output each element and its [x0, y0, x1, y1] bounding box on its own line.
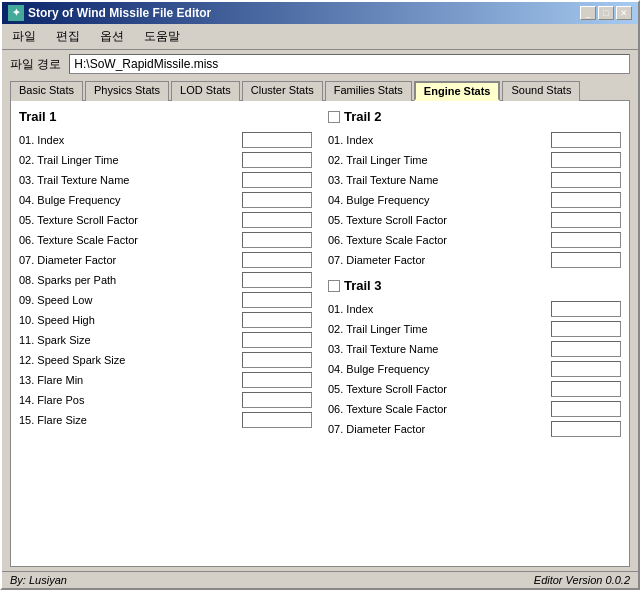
trail1-input-14[interactable]: [242, 412, 312, 428]
tab-lod-stats[interactable]: LOD Stats: [171, 81, 240, 101]
trail1-label-13: 14. Flare Pos: [19, 394, 238, 406]
trail2-field-2: 03. Trail Texture Name: [328, 172, 621, 188]
trail3-label-1: 02. Trail Linger Time: [328, 323, 547, 335]
trail3-header: Trail 3: [328, 278, 621, 295]
trail1-label-9: 10. Speed High: [19, 314, 238, 326]
menu-bar: 파일 편집 옵션 도움말: [2, 24, 638, 50]
tab-basic-stats[interactable]: Basic Stats: [10, 81, 83, 101]
trail1-label-7: 08. Sparks per Path: [19, 274, 238, 286]
trail2-section: Trail 2 01. Index 02. Trail Linger Time …: [328, 109, 621, 268]
trail1-input-12[interactable]: [242, 372, 312, 388]
trail3-label-5: 06. Texture Scale Factor: [328, 403, 547, 415]
file-path-input[interactable]: [69, 54, 630, 74]
file-path-row: 파일 경로: [2, 50, 638, 78]
trail1-label-1: 02. Trail Linger Time: [19, 154, 238, 166]
trail3-field-4: 05. Texture Scroll Factor: [328, 381, 621, 397]
trail2-input-5[interactable]: [551, 232, 621, 248]
trail1-input-9[interactable]: [242, 312, 312, 328]
trail1-field-2: 03. Trail Texture Name: [19, 172, 312, 188]
trail1-field-11: 12. Speed Spark Size: [19, 352, 312, 368]
trail3-checkbox[interactable]: [328, 280, 340, 292]
trail3-input-1[interactable]: [551, 321, 621, 337]
trail1-label-8: 09. Speed Low: [19, 294, 238, 306]
status-right: Editor Version 0.0.2: [534, 574, 630, 586]
menu-options[interactable]: 옵션: [94, 26, 130, 47]
trail3-section: Trail 3 01. Index 02. Trail Linger Time …: [328, 278, 621, 437]
trail1-label-0: 01. Index: [19, 134, 238, 146]
trail1-input-2[interactable]: [242, 172, 312, 188]
trail1-input-0[interactable]: [242, 132, 312, 148]
trail1-label-4: 05. Texture Scroll Factor: [19, 214, 238, 226]
trail3-label-4: 05. Texture Scroll Factor: [328, 383, 547, 395]
trail2-input-3[interactable]: [551, 192, 621, 208]
tabs-row: Basic Stats Physics Stats LOD Stats Clus…: [2, 78, 638, 100]
status-bar: By: Lusiyan Editor Version 0.0.2: [2, 571, 638, 588]
trail1-header: Trail 1: [19, 109, 312, 126]
tab-engine-stats[interactable]: Engine Stats: [414, 81, 501, 101]
trail1-field-12: 13. Flare Min: [19, 372, 312, 388]
tab-sound-stats[interactable]: Sound Stats: [502, 81, 580, 101]
trail3-input-0[interactable]: [551, 301, 621, 317]
trail2-checkbox[interactable]: [328, 111, 340, 123]
trail2-field-1: 02. Trail Linger Time: [328, 152, 621, 168]
trail2-field-6: 07. Diameter Factor: [328, 252, 621, 268]
menu-help[interactable]: 도움말: [138, 26, 186, 47]
trail1-input-7[interactable]: [242, 272, 312, 288]
main-window: ✦ Story of Wind Missile File Editor _ □ …: [0, 0, 640, 590]
trail2-header: Trail 2: [328, 109, 621, 126]
trail2-input-2[interactable]: [551, 172, 621, 188]
title-bar: ✦ Story of Wind Missile File Editor _ □ …: [2, 2, 638, 24]
trail1-input-10[interactable]: [242, 332, 312, 348]
trail2-input-4[interactable]: [551, 212, 621, 228]
window-title: Story of Wind Missile File Editor: [28, 6, 211, 20]
trail1-input-6[interactable]: [242, 252, 312, 268]
trail1-field-10: 11. Spark Size: [19, 332, 312, 348]
trail3-field-3: 04. Bulge Frequency: [328, 361, 621, 377]
minimize-button[interactable]: _: [580, 6, 596, 20]
trail1-label-6: 07. Diameter Factor: [19, 254, 238, 266]
trail1-input-13[interactable]: [242, 392, 312, 408]
trail2-input-1[interactable]: [551, 152, 621, 168]
trail3-input-5[interactable]: [551, 401, 621, 417]
file-path-label: 파일 경로: [10, 56, 61, 73]
trail1-label-12: 13. Flare Min: [19, 374, 238, 386]
trail2-label-4: 05. Texture Scroll Factor: [328, 214, 547, 226]
trail1-field-13: 14. Flare Pos: [19, 392, 312, 408]
content-area: Trail 1 01. Index 02. Trail Linger Time …: [10, 100, 630, 567]
menu-edit[interactable]: 편집: [50, 26, 86, 47]
trail1-input-3[interactable]: [242, 192, 312, 208]
trail1-field-3: 04. Bulge Frequency: [19, 192, 312, 208]
trail1-field-4: 05. Texture Scroll Factor: [19, 212, 312, 228]
maximize-button[interactable]: □: [598, 6, 614, 20]
trail2-field-3: 04. Bulge Frequency: [328, 192, 621, 208]
trail3-input-4[interactable]: [551, 381, 621, 397]
trail1-field-1: 02. Trail Linger Time: [19, 152, 312, 168]
menu-file[interactable]: 파일: [6, 26, 42, 47]
trail1-section: Trail 1 01. Index 02. Trail Linger Time …: [19, 109, 312, 437]
status-left: By: Lusiyan: [10, 574, 67, 586]
trail3-input-2[interactable]: [551, 341, 621, 357]
trail3-title: Trail 3: [344, 278, 382, 293]
trail1-label-11: 12. Speed Spark Size: [19, 354, 238, 366]
trail1-input-11[interactable]: [242, 352, 312, 368]
tab-cluster-stats[interactable]: Cluster Stats: [242, 81, 323, 101]
trail2-input-0[interactable]: [551, 132, 621, 148]
trail1-input-8[interactable]: [242, 292, 312, 308]
trail1-input-5[interactable]: [242, 232, 312, 248]
tab-physics-stats[interactable]: Physics Stats: [85, 81, 169, 101]
trail2-label-6: 07. Diameter Factor: [328, 254, 547, 266]
trail2-input-6[interactable]: [551, 252, 621, 268]
trail1-field-9: 10. Speed High: [19, 312, 312, 328]
trail1-label-5: 06. Texture Scale Factor: [19, 234, 238, 246]
trail1-field-7: 08. Sparks per Path: [19, 272, 312, 288]
tab-families-stats[interactable]: Families Stats: [325, 81, 412, 101]
trail1-field-0: 01. Index: [19, 132, 312, 148]
trail3-input-3[interactable]: [551, 361, 621, 377]
trail3-input-6[interactable]: [551, 421, 621, 437]
trail1-label-2: 03. Trail Texture Name: [19, 174, 238, 186]
trail1-field-14: 15. Flare Size: [19, 412, 312, 428]
trail1-input-4[interactable]: [242, 212, 312, 228]
trail1-input-1[interactable]: [242, 152, 312, 168]
close-button[interactable]: ✕: [616, 6, 632, 20]
trail2-field-4: 05. Texture Scroll Factor: [328, 212, 621, 228]
